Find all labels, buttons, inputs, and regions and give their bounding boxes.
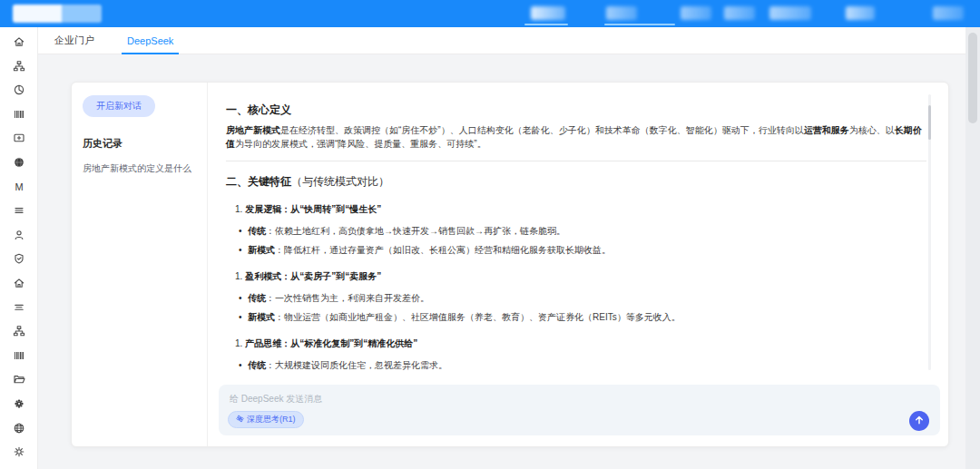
definition-paragraph: 房地产新模式是在经济转型、政策调控（如“房住不炒”）、人口结构变化（老龄化、少子…: [226, 123, 926, 151]
menu-active-underline: [524, 24, 568, 25]
feature-item: 1.产品思维：从“标准化复制”到“精准化供给”•传统：大规模建设同质化住宅，忽视…: [226, 337, 926, 376]
feature-item-title: 1.产品思维：从“标准化复制”到“精准化供给”: [226, 337, 926, 350]
redacted-menu-item[interactable]: [933, 6, 964, 20]
menu-active-underline: [604, 24, 675, 25]
left-icon-rail: M: [0, 27, 38, 469]
message-scrollbar-thumb[interactable]: [928, 105, 931, 140]
tab-enterprise-portal[interactable]: 企业门户: [38, 27, 111, 54]
section-divider: [226, 161, 926, 161]
tab-deepseek[interactable]: DeepSeek: [111, 27, 190, 54]
feature-item-title: 1.发展逻辑：从“快周转”到“慢生长”: [226, 203, 926, 216]
pie-chart-icon[interactable]: [12, 83, 25, 96]
history-item[interactable]: 房地产新模式的定义是什么: [83, 162, 196, 175]
section-title-2: 二、关键特征（与传统模式对比）: [226, 174, 926, 190]
image-add-icon[interactable]: [12, 132, 25, 144]
barcode-icon[interactable]: [12, 108, 25, 121]
user-icon[interactable]: [12, 229, 25, 241]
feature-bullet: •传统：依赖土地红利，高负债拿地→快速开发→销售回款→再扩张，链条脆弱。: [226, 224, 926, 238]
shield-icon[interactable]: [12, 252, 25, 265]
feature-item: 1.盈利模式：从“卖房子”到“卖服务”•传统：一次性销售为主，利润来自开发差价。…: [226, 270, 926, 324]
page-scrollbar[interactable]: [965, 27, 980, 469]
deepseek-panel: 开启新对话 历史记录 房地产新模式的定义是什么 一、核心定义 房地产新模式是在经…: [71, 82, 949, 447]
svg-text:M: M: [15, 181, 23, 191]
globe-filled-icon[interactable]: [12, 156, 25, 169]
composer[interactable]: 给 DeepSeek 发送消息 深度思考(R1): [219, 385, 940, 435]
gear-icon[interactable]: [12, 445, 25, 458]
history-title: 历史记录: [83, 137, 196, 151]
app-header: [0, 0, 980, 27]
section-title-1: 一、核心定义: [226, 103, 926, 118]
message-scrollbar[interactable]: [928, 94, 931, 370]
deep-think-button[interactable]: 深度思考(R1): [228, 411, 304, 428]
redacted-menu-item[interactable]: [531, 6, 565, 20]
feature-item-title: 1.盈利模式：从“卖房子”到“卖服务”: [226, 270, 926, 283]
redacted-menu-item[interactable]: [846, 6, 875, 20]
org-chart-icon[interactable]: [12, 60, 25, 73]
markdown-m-icon[interactable]: M: [12, 181, 25, 193]
redacted-menu-item[interactable]: [681, 6, 711, 20]
stack-icon[interactable]: [12, 301, 25, 314]
feature-bullet: •传统：大规模建设同质化住宅，忽视差异化需求。: [226, 358, 926, 372]
chat-sidebar: 开启新对话 历史记录 房地产新模式的定义是什么: [72, 83, 208, 446]
tab-bar: 企业门户 DeepSeek: [38, 27, 965, 54]
org-chart-icon[interactable]: [12, 325, 25, 337]
feature-bullet: •新模式：物业运营（如商业地产租金）、社区增值服务（养老、教育）、资产证券化（R…: [226, 310, 926, 324]
redacted-menu-item[interactable]: [606, 6, 637, 20]
send-button[interactable]: [909, 411, 929, 431]
folder-open-icon[interactable]: [12, 373, 25, 386]
deep-think-icon: [236, 415, 244, 425]
globe-icon[interactable]: [12, 422, 25, 435]
feature-bullet: •新模式：降低杠杆，通过存量资产（如旧改、长租公寓）经营和精细化服务获取长期收益…: [226, 243, 926, 257]
redacted-menu-item[interactable]: [769, 6, 811, 20]
barcode-icon[interactable]: [12, 349, 25, 362]
composer-input[interactable]: 给 DeepSeek 发送消息: [230, 393, 322, 405]
list-icon[interactable]: [12, 204, 25, 217]
home-icon[interactable]: [12, 35, 25, 48]
badge-icon[interactable]: [12, 397, 25, 410]
assistant-message: 一、核心定义 房地产新模式是在经济转型、政策调控（如“房住不炒”）、人口结构变化…: [208, 83, 948, 376]
new-chat-button[interactable]: 开启新对话: [83, 95, 155, 117]
feature-bullet: •传统：一次性销售为主，利润来自开发差价。: [226, 291, 926, 305]
feature-item: 1.发展逻辑：从“快周转”到“慢生长”•传统：依赖土地红利，高负债拿地→快速开发…: [226, 203, 926, 257]
app-window: M 企业门户 DeepSeek 开启新对话 历史记录 房地产新模式的定义是什么 …: [0, 0, 980, 469]
home-icon[interactable]: [12, 277, 25, 289]
arrow-up-icon: [914, 415, 925, 428]
chat-main: 一、核心定义 房地产新模式是在经济转型、政策调控（如“房住不炒”）、人口结构变化…: [208, 83, 948, 446]
redacted-menu-item[interactable]: [724, 6, 755, 20]
page-scrollbar-thumb[interactable]: [968, 33, 977, 123]
app-logo: [13, 5, 102, 23]
